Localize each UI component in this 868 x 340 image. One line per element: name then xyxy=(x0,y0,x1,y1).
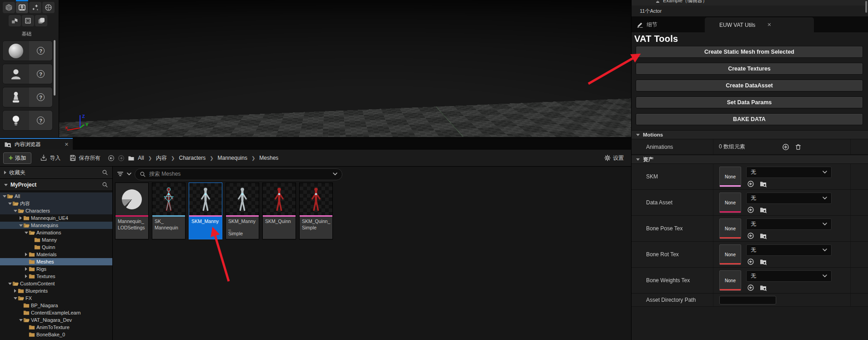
cinematics-icon[interactable] xyxy=(42,2,55,13)
asset-select-dropdown[interactable]: 无 xyxy=(746,167,832,178)
tree-item-Quinn[interactable]: Quinn xyxy=(0,244,112,251)
chevron-down-icon[interactable] xyxy=(24,232,29,234)
tree-item-Textures[interactable]: Textures xyxy=(0,273,112,280)
add-button[interactable]: + 添加 xyxy=(3,152,31,164)
browse-to-asset-icon[interactable] xyxy=(759,206,767,213)
chevron-down-icon[interactable] xyxy=(7,283,12,285)
asset-thumbnail-none[interactable]: None xyxy=(719,270,741,291)
chevron-down-icon[interactable] xyxy=(13,210,18,212)
place-actor-item-pawn[interactable]: ? xyxy=(2,87,53,107)
outliner-partial-row[interactable]: Example（编辑器） xyxy=(632,0,868,5)
breadcrumb-item[interactable]: Mannequins xyxy=(218,155,247,161)
tree-item-Blueprints[interactable]: Blueprints xyxy=(0,287,112,294)
frame-icon[interactable] xyxy=(22,15,34,26)
asset-select-dropdown[interactable]: 无 xyxy=(746,218,832,230)
tab-content-browser[interactable]: 内容浏览器 ✕ xyxy=(0,138,73,150)
close-icon[interactable]: ✕ xyxy=(767,22,771,28)
tree-item-ContentExampleLearn[interactable]: ContentExampleLearn xyxy=(0,309,112,316)
tree-item-BoneBake-0[interactable]: BoneBake_0 xyxy=(0,331,112,338)
asset-thumbnail-none[interactable]: None xyxy=(719,167,741,187)
breadcrumb-item[interactable]: 内容 xyxy=(156,154,167,162)
tree-item-Materials[interactable]: Materials xyxy=(0,251,112,258)
search-input[interactable]: 搜索 Meshes xyxy=(135,168,342,180)
tree-item-Mannequins[interactable]: Mannequins xyxy=(0,222,112,229)
trash-icon[interactable] xyxy=(795,143,802,151)
help-button[interactable]: ? xyxy=(29,87,52,107)
chevron-down-icon[interactable] xyxy=(333,173,337,176)
asset-select-dropdown[interactable]: 无 xyxy=(746,270,832,282)
chevron-down-icon[interactable] xyxy=(7,203,12,205)
chevron-down-icon[interactable] xyxy=(13,297,18,299)
create-textures-button[interactable]: Create Textures xyxy=(636,63,863,75)
browse-to-asset-icon[interactable] xyxy=(759,284,767,291)
chevron-down-icon[interactable] xyxy=(18,224,23,227)
use-selected-asset-icon[interactable] xyxy=(747,232,754,239)
place-actor-item-bust[interactable]: ? xyxy=(2,64,53,84)
breadcrumb-item[interactable]: Characters xyxy=(179,155,206,161)
tab-euw-vat-utils[interactable]: EUW VAT Utils ✕ xyxy=(705,17,814,32)
shapes-icon[interactable] xyxy=(9,15,21,26)
browse-to-asset-icon[interactable] xyxy=(759,180,767,188)
asset-thumbnail-none[interactable]: None xyxy=(719,244,741,265)
breadcrumb-item[interactable]: Meshes xyxy=(259,155,278,161)
tree-item-CustomContent[interactable]: CustomContent xyxy=(0,280,112,287)
back-icon[interactable] xyxy=(108,155,115,162)
help-button[interactable]: ? xyxy=(29,111,52,130)
tree-item-FX[interactable]: FX xyxy=(0,294,112,302)
section-motions[interactable]: Motions xyxy=(632,130,868,139)
create-static-mesh-from-selected-button[interactable]: Create Static Mesh from Selected xyxy=(636,46,863,58)
use-selected-asset-icon[interactable] xyxy=(747,258,754,265)
use-selected-asset-icon[interactable] xyxy=(747,206,754,213)
filter-icon[interactable] xyxy=(117,171,124,178)
viewport-3d[interactable]: Z Y x xyxy=(59,0,631,137)
use-selected-asset-icon[interactable] xyxy=(747,284,754,291)
asset-select-dropdown[interactable]: 无 xyxy=(746,193,832,204)
tree-item-Mannequin-UE4[interactable]: Mannequin_UE4 xyxy=(0,214,112,222)
save-all-button[interactable]: 保存所有 xyxy=(69,154,100,162)
chevron-right-icon[interactable] xyxy=(13,289,18,293)
help-button[interactable]: ? xyxy=(29,41,52,61)
use-selected-asset-icon[interactable] xyxy=(747,180,754,188)
cube-icon[interactable] xyxy=(3,2,15,13)
tree-item-All[interactable]: All xyxy=(0,193,112,200)
chevron-right-icon[interactable] xyxy=(24,274,29,278)
asset-directory-path-input[interactable] xyxy=(719,296,776,304)
breadcrumb-item[interactable]: All xyxy=(138,155,144,161)
chevron-right-icon[interactable] xyxy=(18,216,23,220)
tree-item-BP-Niagara[interactable]: BP_Niagara xyxy=(0,302,112,309)
asset-tile-SKM-Manny-Simple[interactable]: SKM_Manny_Simple xyxy=(226,183,259,239)
browse-to-asset-icon[interactable] xyxy=(759,232,767,239)
tree-item-内容[interactable]: 内容 xyxy=(0,200,112,207)
import-button[interactable]: 导入 xyxy=(40,154,60,162)
chevron-right-icon[interactable] xyxy=(24,253,29,256)
bake-data-button[interactable]: BAKE DATA xyxy=(636,113,863,125)
search-icon[interactable] xyxy=(102,182,108,188)
asset-tile-SKM-Quinn[interactable]: SKM_Quinn xyxy=(262,183,296,239)
asset-thumbnail-none[interactable]: None xyxy=(719,218,741,239)
chevron-down-icon[interactable] xyxy=(127,173,131,176)
place-actors-scrollbar[interactable] xyxy=(54,40,55,96)
tree-item-Characters[interactable]: Characters xyxy=(0,207,112,214)
chevron-right-icon[interactable] xyxy=(24,267,29,271)
layers-icon[interactable] xyxy=(35,15,47,26)
details-scrollbar[interactable] xyxy=(865,1,867,13)
tree-item-Meshes[interactable]: Meshes xyxy=(0,258,112,265)
chevron-down-icon[interactable] xyxy=(2,195,7,198)
place-actor-item-sphere[interactable]: ? xyxy=(2,41,53,61)
asset-select-dropdown[interactable]: 无 xyxy=(746,244,832,256)
tree-item-Animations[interactable]: Animations xyxy=(0,229,112,236)
asset-tile-SK-Mannequin[interactable]: SK_Mannequin xyxy=(152,183,186,239)
tree-item-VAT-Niagara-Dev[interactable]: VAT_Niagara_Dev xyxy=(0,316,112,324)
asset-thumbnail-none[interactable]: None xyxy=(719,193,741,213)
favorites-section[interactable]: 收藏夹 xyxy=(0,167,112,179)
section-assets[interactable]: 资产 xyxy=(632,155,868,164)
place-actor-icon[interactable] xyxy=(16,2,28,13)
help-button[interactable]: ? xyxy=(29,64,52,84)
project-section[interactable]: MyProject xyxy=(0,179,112,191)
tree-item-AnimToTexture[interactable]: AnimToTexture xyxy=(0,324,112,331)
set-data-params-button[interactable]: Set Data Params xyxy=(636,96,863,108)
forward-icon[interactable] xyxy=(118,155,125,162)
tab-details[interactable]: 细节 xyxy=(632,17,705,32)
create-dataasset-button[interactable]: Create DataAsset xyxy=(636,80,863,91)
search-icon[interactable] xyxy=(102,169,108,176)
